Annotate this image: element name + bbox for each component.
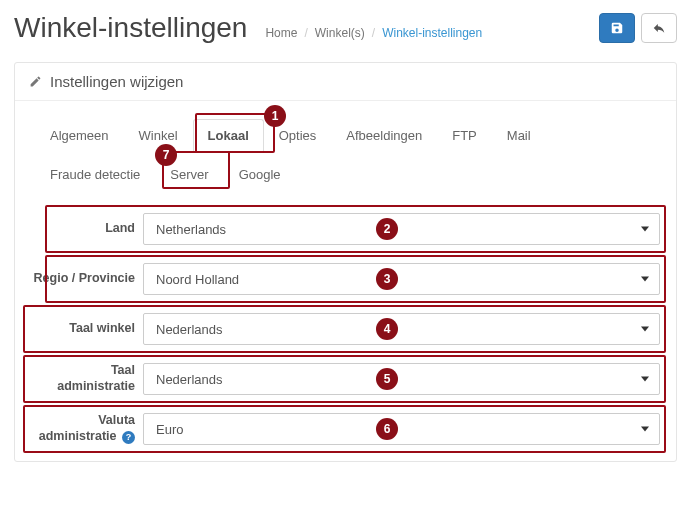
chevron-down-icon [641, 277, 649, 282]
select-valuta-admin[interactable]: Euro [143, 413, 660, 445]
annotation-badge-4: 4 [376, 318, 398, 340]
tab-fraude[interactable]: Fraude detectie [35, 158, 155, 191]
tab-afbeeldingen[interactable]: Afbeeldingen [331, 119, 437, 152]
select-land[interactable]: Netherlands [143, 213, 660, 245]
label-taal-winkel: Taal winkel [31, 321, 143, 337]
chevron-down-icon [641, 327, 649, 332]
pencil-icon [29, 75, 42, 88]
select-land-value: Netherlands [156, 222, 226, 237]
label-regio: Regio / Provincie [31, 271, 143, 287]
back-button[interactable] [641, 13, 677, 43]
select-taal-admin-value: Nederlands [156, 372, 223, 387]
select-taal-admin[interactable]: Nederlands [143, 363, 660, 395]
annotation-badge-3: 3 [376, 268, 398, 290]
select-taal-winkel-value: Nederlands [156, 322, 223, 337]
save-icon [610, 21, 624, 35]
tab-ftp[interactable]: FTP [437, 119, 492, 152]
breadcrumb-separator: / [372, 26, 375, 40]
panel-header: Instellingen wijzigen [15, 63, 676, 101]
help-icon[interactable]: ? [122, 431, 135, 444]
breadcrumb-stores[interactable]: Winkel(s) [315, 26, 365, 40]
row-land: Land Netherlands 2 [31, 213, 660, 245]
chevron-down-icon [641, 427, 649, 432]
select-regio[interactable]: Noord Holland [143, 263, 660, 295]
tab-google[interactable]: Google [224, 158, 296, 191]
select-regio-value: Noord Holland [156, 272, 239, 287]
page-title: Winkel-instellingen [14, 12, 247, 44]
breadcrumb-home[interactable]: Home [265, 26, 297, 40]
chevron-down-icon [641, 377, 649, 382]
row-taal-admin: Taal administratie Nederlands 5 [31, 363, 660, 395]
tab-algemeen[interactable]: Algemeen [35, 119, 124, 152]
tab-opties[interactable]: Opties [264, 119, 332, 152]
annotation-badge-2: 2 [376, 218, 398, 240]
panel-title: Instellingen wijzigen [50, 73, 183, 90]
tab-server[interactable]: Server [155, 158, 223, 191]
label-valuta-admin: Valuta administratie ? [31, 413, 143, 444]
label-land: Land [31, 221, 143, 237]
row-taal-winkel: Taal winkel Nederlands 4 [31, 313, 660, 345]
label-taal-admin: Taal administratie [31, 363, 143, 394]
tab-lokaal[interactable]: Lokaal [193, 119, 264, 152]
annotation-badge-5: 5 [376, 368, 398, 390]
breadcrumb: Home / Winkel(s) / Winkel-instellingen [265, 16, 599, 40]
chevron-down-icon [641, 227, 649, 232]
row-regio: Regio / Provincie Noord Holland 3 [31, 263, 660, 295]
annotation-badge-6: 6 [376, 418, 398, 440]
row-valuta-admin: Valuta administratie ? Euro 6 [31, 413, 660, 445]
breadcrumb-separator: / [304, 26, 307, 40]
reply-arrow-icon [652, 21, 666, 35]
settings-panel: Instellingen wijzigen Algemeen Winkel Lo… [14, 62, 677, 462]
breadcrumb-current[interactable]: Winkel-instellingen [382, 26, 482, 40]
select-valuta-admin-value: Euro [156, 422, 183, 437]
tab-winkel[interactable]: Winkel [124, 119, 193, 152]
tab-mail[interactable]: Mail [492, 119, 546, 152]
select-taal-winkel[interactable]: Nederlands [143, 313, 660, 345]
tabs: Algemeen Winkel Lokaal Opties Afbeelding… [35, 119, 656, 191]
save-button[interactable] [599, 13, 635, 43]
